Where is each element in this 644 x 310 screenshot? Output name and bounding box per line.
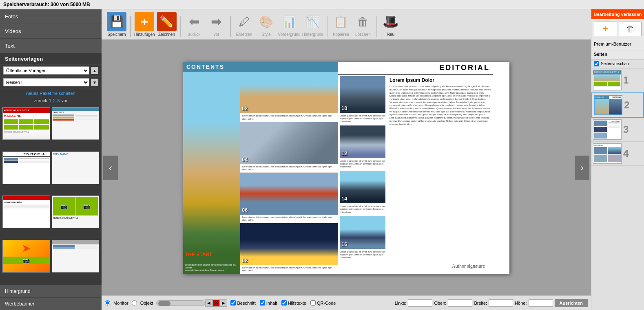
bottom-checkboxes: Beschnitt Inhalt Hilfstexte QR-Code <box>230 300 336 306</box>
coords-group: Links: Oben: Breite: Höhe: Ausrichten <box>395 299 588 307</box>
neu-icon: 🎩 <box>381 12 401 31</box>
template-thumb-1[interactable]: HERE IS YOUR SUBTITLE MAGAZINE HERE IS Y… <box>2 107 50 140</box>
page-thumb-img-4: CITY NAME <box>593 143 622 164</box>
page-thumb-1[interactable]: HERE IS YOUR SUBTITLE 1 <box>591 68 644 92</box>
scroll-down-btn[interactable]: ▼ <box>91 79 98 86</box>
editorial-caption-4: Lorem ipsum dolor sit amet, rurs consect… <box>340 250 385 261</box>
nav-back[interactable]: zurück <box>34 98 47 103</box>
template-thumb-2[interactable]: CONTENTS <box>52 107 100 140</box>
tool-ersetzen[interactable]: 🖊 Ersetzen <box>234 12 255 37</box>
tool-style-label: Style <box>261 32 270 37</box>
canvas-next-btn[interactable]: › <box>575 156 589 180</box>
checkbox-beschnitt[interactable] <box>230 300 236 306</box>
objekt-radio[interactable] <box>132 300 137 306</box>
objekt-label[interactable]: Objekt <box>140 301 153 306</box>
entry-number-3: 06 <box>242 207 248 213</box>
zeichnen-icon: ✏️ <box>157 12 177 31</box>
page-num-3: 3 <box>623 124 631 135</box>
tool-loeschen[interactable]: 🗑 Löschen <box>353 12 373 37</box>
sidebar-item-fotos[interactable]: Fotos <box>0 9 102 24</box>
page-thumb-2[interactable]: CONTENTS EDITORIAL 2 <box>591 92 644 118</box>
checkbox-qr-code[interactable] <box>310 300 316 306</box>
tool-kopieren[interactable]: 📋 Kopieren <box>331 12 351 37</box>
checkbox-inhalt-label[interactable]: Inhalt <box>260 300 277 306</box>
template-thumb-8[interactable] <box>52 240 100 273</box>
tool-neu[interactable]: 🎩 Neu <box>381 12 401 37</box>
hoehe-input[interactable] <box>529 299 553 307</box>
nav-page-1[interactable]: 1 <box>49 98 51 103</box>
template-grid: HERE IS YOUR SUBTITLE MAGAZINE HERE IS Y… <box>0 105 102 285</box>
editorial-title: Lorem Ipsum Dolor <box>389 77 491 84</box>
separator-3 <box>230 16 231 37</box>
sidebar-item-werbebanner[interactable]: Werbebanner <box>0 297 102 310</box>
template-thumb-7[interactable]: ➤ 📷 <box>2 240 50 273</box>
sidebar-item-hintergrund[interactable]: Hintergrund <box>0 285 102 297</box>
monitor-label[interactable]: Monitor <box>113 301 128 306</box>
page-num-4: 4 <box>623 148 631 159</box>
template-thumb-3[interactable]: EDITORIAL <box>2 152 50 184</box>
tool-vor[interactable]: ➡ vor <box>206 12 227 37</box>
premium-benutzer-button[interactable]: Premium-Benutzer <box>591 39 644 49</box>
sidebar-item-text[interactable]: Text <box>0 39 102 53</box>
editorial-header: EDITORIAL <box>338 62 493 75</box>
canvas-prev-btn[interactable]: ‹ <box>103 156 118 180</box>
template-thumb-5[interactable]: Lorem ipsum dolor <box>2 196 50 228</box>
tool-speichern[interactable]: 💾 Speichern <box>106 12 127 37</box>
tool-kopieren-label: Kopieren <box>333 32 349 37</box>
tool-zurueck[interactable]: ⬅ zurück <box>184 12 205 37</box>
tool-hinzufuegen-label: Hinzufügen <box>134 32 155 37</box>
breite-input[interactable] <box>489 299 513 307</box>
links-input[interactable] <box>408 299 432 307</box>
scroll-bar-row: ◀ ✕ ▶ <box>156 299 227 307</box>
top-bar: Speicherverbrauch: 300 von 5000 MB <box>0 0 644 9</box>
nav-forward[interactable]: vor <box>61 98 67 103</box>
kopieren-icon: 📋 <box>331 12 351 31</box>
oben-input[interactable] <box>448 299 472 307</box>
tool-vordergrund[interactable]: 📊 Vordergrund <box>278 12 301 37</box>
entry-text-3: Lorem ipsum dolor sit amet, rurs consect… <box>240 215 338 223</box>
dropdown-row-1: Öffentliche Vorlagen ▲ <box>0 65 102 77</box>
page-thumb-4[interactable]: CITY NAME 4 <box>591 142 644 166</box>
dropdown-vorlagen[interactable]: Öffentliche Vorlagen <box>3 66 89 75</box>
monitor-radio[interactable] <box>105 300 110 306</box>
scroll-up-btn[interactable]: ▲ <box>91 67 98 74</box>
template-thumb-6[interactable]: 📷 📷 HERE IS YOUR SUBTITLE <box>52 196 100 228</box>
contents-layout: THE START Lorem ipsum dolor sit amet, co… <box>183 72 338 274</box>
tool-hintergrund[interactable]: 📉 Hintergrund <box>302 12 323 37</box>
checkbox-hilfstexte-label[interactable]: Hilfstexte <box>281 300 306 306</box>
tool-style[interactable]: 🎨 Style <box>256 12 277 37</box>
tool-neu-label: Neu <box>387 32 394 37</box>
scroll-left-btn[interactable]: ◀ <box>205 299 212 307</box>
checkbox-hilfstexte[interactable] <box>281 300 287 306</box>
page-thumb-3[interactable]: EDITORIAL 3 <box>591 118 644 142</box>
bearbeitung-verlassen-button[interactable]: Bearbeitung verlassen <box>591 9 644 19</box>
page-right: EDITORIAL 10 Lorem ipsum dolor sit amet,… <box>338 62 493 274</box>
preview-checkbox[interactable] <box>594 61 599 66</box>
ausrichten-button[interactable]: Ausrichten <box>555 299 588 307</box>
checkbox-qr-code-label[interactable]: QR-Code <box>310 300 336 306</box>
editorial-caption-3: Lorem ipsum dolor sit amet, rurs consect… <box>340 204 385 215</box>
tool-hinzufuegen[interactable]: + Hinzufügen <box>134 12 155 37</box>
tool-ersetzen-label: Ersetzen <box>236 32 252 37</box>
right-panel: Bearbeitung verlassen + 🗑 Premium-Benutz… <box>591 9 644 310</box>
dropdown-reisen[interactable]: Reisen I <box>3 78 89 86</box>
new-package-link[interactable]: neues Paket freischalten <box>26 91 75 96</box>
checkbox-beschnitt-label[interactable]: Beschnitt <box>230 300 255 306</box>
nav-page-2[interactable]: 2 <box>53 98 55 103</box>
template-thumb-4[interactable]: CITY NAME <box>52 152 100 184</box>
scroll-right-btn[interactable]: ▶ <box>220 299 227 307</box>
tool-zeichnen[interactable]: ✏️ Zeichnen <box>157 12 177 37</box>
scroll-track[interactable] <box>156 300 205 306</box>
delete-page-button[interactable]: 🗑 <box>619 22 642 36</box>
page-thumb-img-3: EDITORIAL <box>593 119 622 140</box>
add-page-button[interactable]: + <box>594 22 617 36</box>
separator-4 <box>327 16 328 37</box>
editorial-caption-2: Lorem ipsum dolor sit amet, rurs consect… <box>340 159 385 170</box>
sidebar-item-videos[interactable]: Videos <box>0 24 102 39</box>
editorial-layout: 10 Lorem ipsum dolor sit amet, rurs cons… <box>338 75 493 274</box>
seiten-button[interactable]: Seiten <box>591 49 644 59</box>
scroll-close-btn[interactable]: ✕ <box>212 299 220 307</box>
editorial-body: Lorem ipsum dolor sit amet, consectetuer… <box>389 85 491 126</box>
checkbox-inhalt[interactable] <box>260 300 265 306</box>
nav-page-3[interactable]: 3 <box>57 98 60 103</box>
